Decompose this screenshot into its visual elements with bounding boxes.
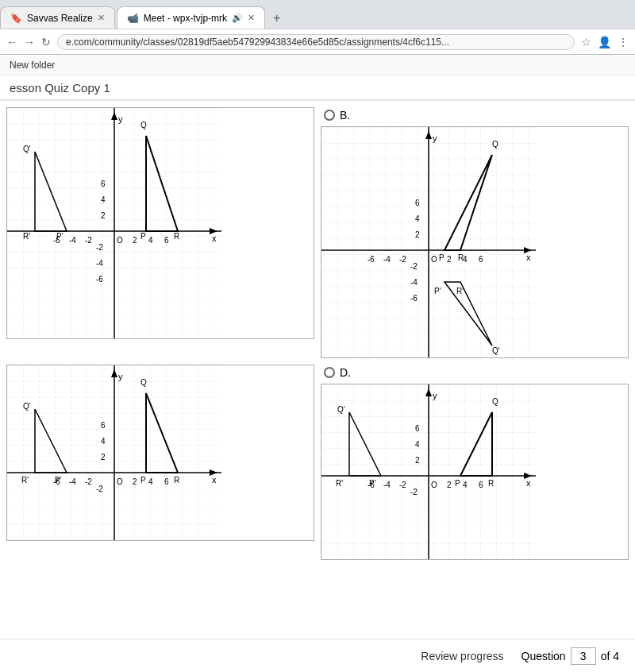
svg-text:6: 6 <box>479 255 483 264</box>
svg-text:2: 2 <box>415 456 420 465</box>
tab-savvas-close[interactable]: ✕ <box>98 13 105 23</box>
svg-text:-2: -2 <box>85 477 92 486</box>
svg-text:x: x <box>526 478 531 488</box>
question-number-input[interactable] <box>571 647 596 665</box>
svg-text:-2: -2 <box>96 243 103 252</box>
option-a-graph[interactable]: y x 6 4 2 -2 -4 -6 -6 -4 -2 O 2 4 6 <box>6 107 314 339</box>
svg-text:R: R <box>174 476 179 485</box>
svg-text:x: x <box>212 234 217 243</box>
svg-text:-6: -6 <box>410 294 418 303</box>
volume-icon: 🔊 <box>232 13 243 23</box>
svg-text:4: 4 <box>148 477 153 486</box>
svg-text:R: R <box>488 479 494 488</box>
of-label: of 4 <box>601 650 619 662</box>
option-d-svg: y x 6 4 2 -2 -6 -4 -2 O 2 4 6 <box>321 384 536 559</box>
review-progress-button[interactable]: Review progress <box>413 645 511 667</box>
svg-text:6: 6 <box>479 481 483 489</box>
svg-text:P: P <box>455 479 460 488</box>
option-d-header: D. <box>321 365 629 380</box>
svg-text:O: O <box>117 236 123 245</box>
profile-icon[interactable]: 👤 <box>598 36 611 48</box>
new-folder-label: New folder <box>10 60 55 71</box>
option-c-graph[interactable]: y x 6 4 2 -2 -6 -4 -2 O 2 4 6 <box>6 365 314 541</box>
svg-text:2: 2 <box>415 230 420 239</box>
svg-text:y: y <box>433 133 437 143</box>
svg-text:Q: Q <box>492 140 498 149</box>
option-c-svg: y x 6 4 2 -2 -6 -4 -2 O 2 4 6 <box>7 365 221 540</box>
svg-text:P: P <box>140 232 146 241</box>
right-icons: ☆ 👤 ⋮ <box>581 36 629 48</box>
svg-text:2: 2 <box>133 477 137 486</box>
svg-text:P: P <box>140 476 146 485</box>
svg-text:6: 6 <box>415 424 420 433</box>
tab-savvas-label: Savvas Realize <box>27 13 93 24</box>
tab-meet-label: Meet - wpx-tvjp-mrk <box>144 13 227 24</box>
svg-text:Q': Q' <box>492 346 500 355</box>
svg-text:P': P' <box>56 232 64 241</box>
svg-text:O: O <box>431 481 437 489</box>
tab-meet-close[interactable]: ✕ <box>248 13 255 23</box>
svg-text:2: 2 <box>101 453 106 462</box>
browser-chrome: 🔖 Savvas Realize ✕ 📹 Meet - wpx-tvjp-mrk… <box>0 0 635 55</box>
svg-text:Q: Q <box>140 121 147 129</box>
svg-text:4: 4 <box>101 437 106 446</box>
option-c-container: y x 6 4 2 -2 -6 -4 -2 O 2 4 6 <box>6 365 314 560</box>
meet-icon: 📹 <box>127 13 139 24</box>
svg-text:P: P <box>439 253 444 262</box>
svg-text:P': P' <box>55 476 62 485</box>
svg-text:-6: -6 <box>368 255 375 264</box>
quiz-title: esson Quiz Copy 1 <box>0 76 635 101</box>
svg-text:Q: Q <box>492 397 498 406</box>
tab-savvas[interactable]: 🔖 Savvas Realize ✕ <box>0 6 115 29</box>
svg-text:4: 4 <box>148 236 153 245</box>
question-label: Question <box>521 650 566 662</box>
svg-text:6: 6 <box>164 236 169 245</box>
option-a-svg: y x 6 4 2 -2 -4 -6 -6 -4 -2 O 2 4 6 <box>7 108 221 338</box>
svg-text:R: R <box>174 232 179 241</box>
svg-text:2: 2 <box>133 236 137 245</box>
new-tab-button[interactable]: + <box>267 8 287 29</box>
svg-text:-2: -2 <box>96 485 103 493</box>
svg-text:Q': Q' <box>23 402 31 411</box>
forward-icon[interactable]: → <box>24 36 35 48</box>
svg-text:-2: -2 <box>85 236 92 245</box>
page-content: New folder esson Quiz Copy 1 <box>0 55 635 647</box>
svg-text:-2: -2 <box>399 255 406 264</box>
svg-text:4: 4 <box>463 481 468 489</box>
svg-text:R: R <box>458 253 464 262</box>
svg-text:O: O <box>431 255 437 264</box>
svg-text:y: y <box>118 372 123 381</box>
svg-text:R': R' <box>456 287 464 295</box>
svg-text:4: 4 <box>415 440 420 449</box>
main-content: y x 6 4 2 -2 -4 -6 -6 -4 -2 O 2 4 6 <box>0 101 635 566</box>
address-input[interactable]: e.com/community/classes/02819df5aeb54792… <box>57 34 575 50</box>
tab-bar: 🔖 Savvas Realize ✕ 📹 Meet - wpx-tvjp-mrk… <box>0 0 635 29</box>
svg-text:-4: -4 <box>69 236 76 245</box>
menu-icon[interactable]: ⋮ <box>618 36 629 48</box>
option-b-graph[interactable]: y x 6 4 2 -2 -4 -6 -6 -4 -2 O 2 4 6 <box>321 126 629 358</box>
svg-text:x: x <box>212 475 217 485</box>
svg-text:-6: -6 <box>96 275 103 284</box>
back-icon[interactable]: ← <box>6 36 17 48</box>
address-bar: ← → ↻ e.com/community/classes/02819df5ae… <box>0 29 635 54</box>
svg-text:-2: -2 <box>410 488 418 496</box>
option-a-container: y x 6 4 2 -2 -4 -6 -6 -4 -2 O 2 4 6 <box>6 107 314 358</box>
svg-text:-2: -2 <box>410 262 418 271</box>
svg-text:Q: Q <box>140 378 147 387</box>
svg-text:y: y <box>433 391 437 400</box>
svg-text:P': P' <box>369 479 376 488</box>
option-d-radio[interactable] <box>324 367 335 378</box>
option-d-label: D. <box>340 366 351 379</box>
option-d-graph[interactable]: y x 6 4 2 -2 -6 -4 -2 O 2 4 6 <box>321 384 629 560</box>
svg-text:6: 6 <box>164 477 169 486</box>
reload-icon[interactable]: ↻ <box>41 36 51 48</box>
bottom-bar: Review progress Question of 4 <box>0 639 635 672</box>
svg-text:-4: -4 <box>96 259 103 268</box>
option-b-radio[interactable] <box>324 110 335 121</box>
bookmark-icon[interactable]: ☆ <box>581 36 591 48</box>
svg-text:6: 6 <box>101 180 106 188</box>
svg-text:6: 6 <box>415 199 420 207</box>
svg-text:4: 4 <box>415 214 420 223</box>
svg-text:R': R' <box>21 476 29 485</box>
tab-meet[interactable]: 📹 Meet - wpx-tvjp-mrk 🔊 ✕ <box>117 6 265 29</box>
